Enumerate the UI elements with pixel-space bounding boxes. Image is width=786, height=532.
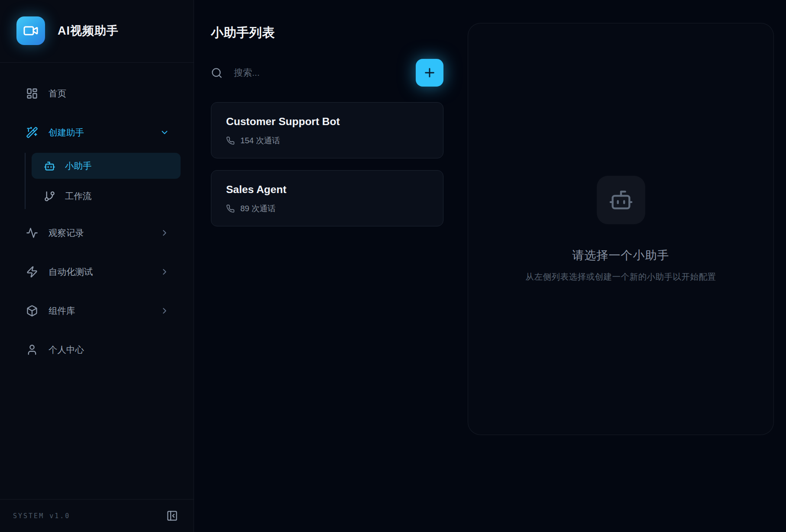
zap-icon [26,266,38,278]
empty-state-icon-box [597,176,645,224]
app-logo [16,16,45,45]
sidebar-item-label: 观察记录 [49,227,84,239]
sidebar-item-automation-test[interactable]: 自动化测试 [13,259,181,284]
assistant-list: Customer Support Bot 154 次通话 Sales Agent [211,102,443,226]
detail-area: 请选择一个小助手 从左侧列表选择或创建一个新的小助手以开始配置 [468,0,786,532]
sidebar-item-label: 个人中心 [49,344,84,356]
sidebar-item-home[interactable]: 首页 [13,81,181,106]
page-title: 小助手列表 [211,24,443,42]
call-count-label: 89 次通话 [240,203,275,214]
sidebar-item-label: 创建助手 [49,126,84,139]
search-icon [211,67,223,79]
sidebar-nav: 首页 创建助手 小助手 [0,63,194,362]
assistant-name: Sales Agent [226,184,428,196]
empty-state-title: 请选择一个小助手 [573,248,670,263]
box-icon [26,305,38,317]
collapse-sidebar-button[interactable] [166,510,178,522]
assistant-detail-panel: 请选择一个小助手 从左侧列表选择或创建一个新的小助手以开始配置 [468,23,774,435]
sidebar-item-create-assistant[interactable]: 创建助手 [13,120,181,145]
assistant-call-count: 154 次通话 [226,135,428,146]
sidebar: AI视频助手 首页 创建助手 [0,0,194,532]
sidebar-footer: SYSTEM v1.0 [0,499,194,532]
sidebar-subitem-workflow[interactable]: 工作流 [32,183,181,209]
assistant-name: Customer Support Bot [226,116,428,128]
assistant-card[interactable]: Sales Agent 89 次通话 [211,170,443,226]
assistant-card[interactable]: Customer Support Bot 154 次通话 [211,102,443,158]
call-count-label: 154 次通话 [240,135,280,146]
phone-icon [226,136,235,145]
chevron-right-icon [160,228,169,238]
plus-icon [423,66,437,80]
assistant-call-count: 89 次通话 [226,203,428,214]
activity-icon [26,227,38,239]
sidebar-subitem-label: 小助手 [65,160,92,172]
empty-state-subtitle: 从左侧列表选择或创建一个新的小助手以开始配置 [526,271,716,283]
app-title: AI视频助手 [58,23,119,39]
dashboard-icon [26,87,38,100]
panel-left-close-icon [166,510,178,522]
sidebar-item-label: 首页 [49,87,66,100]
sidebar-spacer [0,362,194,499]
video-camera-icon [23,23,39,39]
system-version: SYSTEM v1.0 [13,512,70,520]
chevron-right-icon [160,267,169,277]
create-assistant-submenu: 小助手 工作流 [25,153,181,209]
sidebar-item-label: 自动化测试 [49,266,93,278]
sidebar-subitem-label: 工作流 [65,190,92,202]
search-input[interactable] [234,68,410,78]
user-icon [26,344,38,356]
bot-icon [608,187,634,213]
sidebar-item-component-library[interactable]: 组件库 [13,298,181,323]
sidebar-item-label: 组件库 [49,305,75,317]
assistant-list-panel: 小助手列表 Customer Support Bot [194,0,468,532]
magic-wand-icon [26,126,38,139]
app-logo-row: AI视频助手 [0,0,194,63]
bot-icon [44,160,55,172]
chevron-down-icon [160,128,169,137]
phone-icon [226,204,235,213]
chevron-right-icon [160,306,169,316]
sidebar-item-profile[interactable]: 个人中心 [13,337,181,362]
sidebar-subitem-assistants[interactable]: 小助手 [32,153,181,179]
search-row [211,59,443,87]
git-branch-icon [44,190,55,202]
sidebar-item-observation-logs[interactable]: 观察记录 [13,220,181,245]
add-assistant-button[interactable] [416,59,443,87]
